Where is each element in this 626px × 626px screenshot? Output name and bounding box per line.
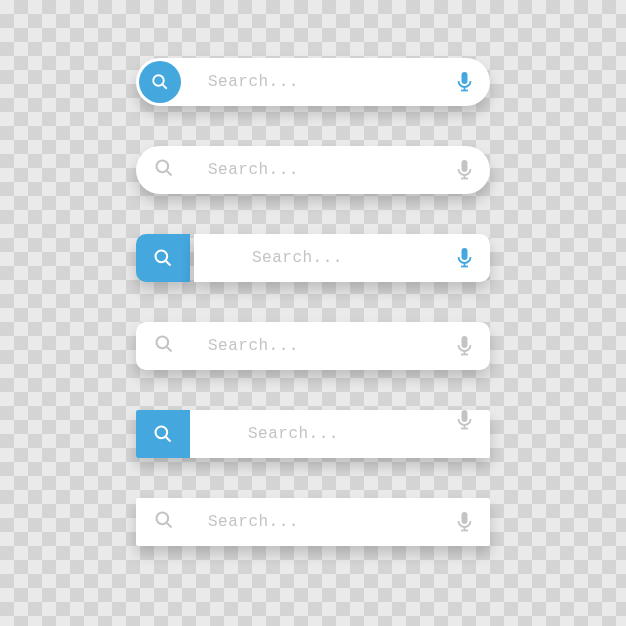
- search-bar-pill-blue-circle: [136, 58, 490, 106]
- svg-rect-17: [462, 336, 468, 348]
- search-bar-square-blue-cap: [136, 410, 490, 458]
- svg-rect-12: [462, 248, 468, 260]
- mic-icon: [457, 336, 472, 356]
- search-bar-pill-plain: [136, 146, 490, 194]
- mic-icon: [457, 72, 472, 92]
- search-button[interactable]: [136, 410, 190, 458]
- search-bar-rounded-plain: [136, 322, 490, 370]
- svg-rect-27: [462, 512, 468, 524]
- mic-button[interactable]: [457, 72, 472, 92]
- mic-button[interactable]: [457, 512, 472, 532]
- mic-button[interactable]: [457, 336, 472, 356]
- search-bar-body: [190, 410, 490, 458]
- search-icon: [153, 248, 173, 268]
- svg-point-10: [156, 251, 168, 263]
- search-input[interactable]: [136, 146, 490, 194]
- svg-point-20: [156, 427, 168, 439]
- search-bar-rounded-blue-cap: [136, 234, 490, 282]
- mic-icon: [457, 248, 472, 268]
- search-icon: [153, 424, 173, 444]
- svg-line-11: [166, 261, 171, 266]
- search-bar-body: [194, 234, 490, 282]
- svg-rect-22: [462, 410, 468, 422]
- mic-icon: [457, 410, 472, 430]
- mic-button[interactable]: [457, 160, 472, 180]
- svg-rect-7: [462, 160, 468, 172]
- svg-line-21: [166, 437, 171, 442]
- search-input[interactable]: [136, 498, 490, 546]
- mic-icon: [457, 512, 472, 532]
- svg-rect-2: [462, 72, 468, 84]
- search-input[interactable]: [190, 410, 490, 458]
- mic-icon: [457, 160, 472, 180]
- search-button[interactable]: [136, 234, 190, 282]
- search-bar-square-plain: [136, 498, 490, 546]
- mic-button[interactable]: [457, 410, 472, 430]
- search-input[interactable]: [194, 234, 490, 282]
- search-input[interactable]: [136, 322, 490, 370]
- mic-button[interactable]: [457, 248, 472, 268]
- search-input[interactable]: [136, 58, 490, 106]
